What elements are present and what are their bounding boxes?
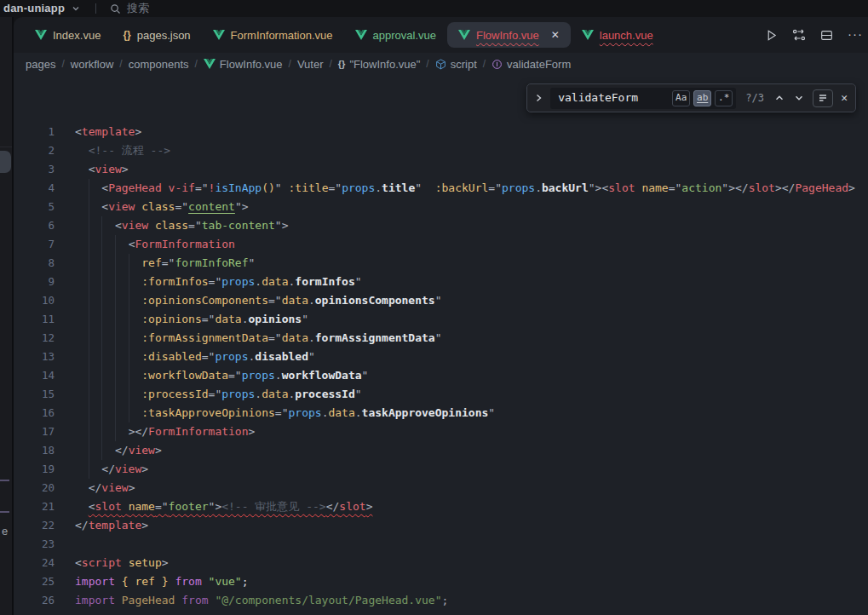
code-line-12[interactable]: 12 :formAssignmentData="data.formAssignm… — [14, 329, 868, 348]
breadcrumb-label: Vuter — [297, 58, 324, 71]
match-case-button[interactable]: Aa — [672, 90, 690, 106]
close-find-icon[interactable]: ✕ — [841, 89, 848, 107]
project-name[interactable]: dan-uniapp — [3, 2, 65, 14]
breadcrumb-separator: / — [119, 58, 122, 70]
code-text: :opinions="data.opinions" — [75, 310, 308, 329]
code-line-2[interactable]: 2 <!-- 流程 --> — [14, 141, 868, 160]
find-in-selection-button[interactable] — [813, 89, 833, 107]
code-line-17[interactable]: 17 ></FormInformation> — [14, 422, 868, 441]
code-line-21[interactable]: 21 <slot name="footer"><!-- 审批意见 --></sl… — [14, 497, 868, 516]
code-text: <view class="content"> — [75, 198, 249, 216]
line-number: 7 — [14, 235, 55, 254]
breadcrumb-label: components — [129, 58, 189, 71]
code-line-4[interactable]: 4 <PageHead v-if="!isInApp()" :title="pr… — [14, 179, 868, 198]
breadcrumb-separator: / — [426, 58, 428, 70]
code-text: </view> — [75, 479, 135, 497]
code-line-20[interactable]: 20 </view> — [14, 479, 868, 497]
code-line-19[interactable]: 19 </view> — [14, 460, 868, 479]
more-actions-button[interactable]: ··· — [848, 30, 863, 41]
code-line-13[interactable]: 13 :disabled="props.disabled" — [14, 348, 868, 366]
tab-pages-json[interactable]: {}pages.json — [112, 17, 201, 53]
code-text: :taskApproveOpinions="props.data.taskApp… — [75, 404, 495, 422]
toggle-replace-icon[interactable] — [535, 93, 543, 103]
code-text: ></FormInformation> — [75, 422, 255, 441]
regex-button[interactable]: .* — [715, 90, 733, 106]
tab-launch-vue[interactable]: launch.vue — [571, 17, 664, 53]
code-line-22[interactable]: 22</template> — [14, 516, 868, 535]
find-input[interactable]: validateForm Aaab.* — [550, 88, 736, 109]
find-widget: validateForm Aaab.* ?/3 ✕ — [526, 83, 856, 112]
tab-flowinfo-vue[interactable]: FlowInfo.vue✕ — [447, 22, 571, 48]
vue-logo-icon — [213, 30, 225, 40]
code-line-23[interactable]: 23 — [14, 535, 868, 554]
line-number: 24 — [14, 554, 55, 572]
code-text: <FormInformation — [75, 235, 235, 254]
close-tab-icon[interactable]: ✕ — [551, 30, 560, 40]
breadcrumb-item-pages[interactable]: pages — [26, 58, 55, 71]
search-box[interactable]: 搜索 — [127, 1, 149, 16]
code-line-11[interactable]: 11 :opinions="data.opinions" — [14, 310, 868, 329]
code-line-8[interactable]: 8 ref="formInfoRef" — [14, 254, 868, 273]
breadcrumb-item-workflow[interactable]: workflow — [71, 58, 114, 71]
code-text: ref="formInfoRef" — [75, 254, 255, 273]
code-line-6[interactable]: 6 <view class="tab-content"> — [14, 216, 868, 235]
code-line-14[interactable]: 14 :workflowData="props.workflowData" — [14, 366, 868, 385]
breadcrumb-item-components[interactable]: components — [129, 58, 189, 71]
code-line-3[interactable]: 3 <view> — [14, 160, 868, 179]
code-line-16[interactable]: 16 :taskApproveOpinions="props.data.task… — [14, 404, 868, 422]
run-button[interactable] — [765, 29, 778, 42]
code-line-5[interactable]: 5 <view class="content"> — [14, 198, 868, 216]
line-number: 12 — [14, 329, 55, 348]
sidebar-selected-item-edge[interactable] — [0, 151, 11, 173]
find-query[interactable]: validateForm — [558, 89, 669, 107]
code-line-18[interactable]: 18 </view> — [14, 441, 868, 460]
code-line-15[interactable]: 15 :processId="props.data.processId" — [14, 385, 868, 404]
code-line-9[interactable]: 9 :formInfos="props.data.formInfos" — [14, 273, 868, 291]
code-text: </view> — [75, 441, 162, 460]
breadcrumb-item--flowinfo-vue-[interactable]: {}"FlowInfo.vue" — [338, 58, 421, 71]
breadcrumb-label: script — [451, 58, 477, 71]
breadcrumb-label: validateForm — [507, 58, 571, 71]
code-line-1[interactable]: 1<template> — [14, 123, 868, 141]
whole-word-button[interactable]: ab — [693, 90, 711, 106]
search-icon[interactable] — [110, 3, 121, 14]
line-number: 9 — [14, 273, 55, 291]
breadcrumb-item-script[interactable]: script — [435, 58, 477, 71]
breadcrumb-item-flowinfo-vue[interactable]: FlowInfo.vue — [204, 58, 283, 71]
error-squiggle-text: <slot name="footer"><!-- 审批意见 --></slot> — [89, 500, 373, 513]
code-line-24[interactable]: 24<script setup> — [14, 554, 868, 572]
breadcrumb-item-vuter[interactable]: Vuter — [297, 58, 324, 71]
split-editor-button[interactable] — [820, 29, 833, 42]
previous-match-button[interactable] — [773, 92, 785, 104]
code-text: <slot name="footer"><!-- 审批意见 --></slot> — [75, 497, 372, 516]
compare-button[interactable] — [792, 28, 806, 42]
code-line-7[interactable]: 7 <FormInformation — [14, 235, 868, 254]
breadcrumb-item-validateform[interactable]: validateForm — [491, 58, 571, 71]
breadcrumb: pages/workflow/components/FlowInfo.vue/V… — [14, 53, 868, 75]
tab-forminformation-vue[interactable]: FormInformation.vue — [202, 17, 344, 53]
line-number: 2 — [14, 141, 55, 160]
code-text: <view class="tab-content"> — [75, 216, 288, 235]
code-line-26[interactable]: 26import PageHead from "@/components/lay… — [14, 591, 868, 610]
line-number: 13 — [14, 348, 55, 366]
code-text: :formInfos="props.data.formInfos" — [75, 273, 362, 291]
next-match-button[interactable] — [793, 92, 805, 104]
code-text: <script setup> — [75, 554, 169, 572]
tab-approval-vue[interactable]: approval.vue — [344, 17, 447, 53]
vue-logo-icon — [582, 30, 594, 40]
code-text: :opinionsComponents="data.opinionsCompon… — [75, 291, 442, 310]
line-number: 8 — [14, 254, 55, 273]
code-text: :formAssignmentData="data.formAssignment… — [75, 329, 442, 348]
code-line-10[interactable]: 10 :opinionsComponents="data.opinionsCom… — [14, 291, 868, 310]
breadcrumb-label: FlowInfo.vue — [220, 58, 283, 71]
chevron-down-icon[interactable] — [72, 5, 80, 12]
tab-index-vue[interactable]: Index.vue — [24, 17, 112, 53]
code-line-25[interactable]: 25import { ref } from "vue"; — [14, 572, 868, 591]
code-text: import PageHead from "@/components/layou… — [75, 591, 448, 610]
breadcrumb-label: pages — [26, 58, 55, 71]
line-number: 18 — [14, 441, 55, 460]
code-editor[interactable]: validateForm Aaab.* ?/3 ✕ — [14, 75, 868, 615]
tab-label: pages.json — [137, 29, 191, 42]
find-results-count: ?/3 — [744, 89, 766, 107]
line-number: 6 — [14, 216, 55, 235]
